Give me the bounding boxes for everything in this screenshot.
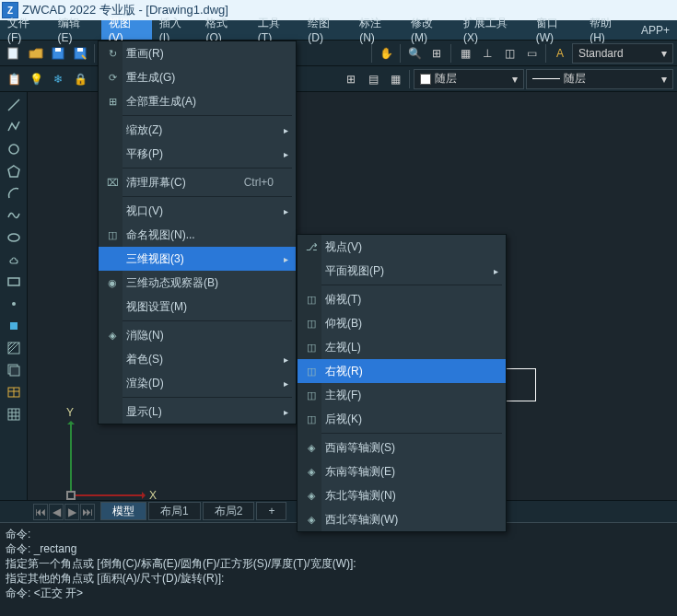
command-line[interactable]: 命令:命令: _rectang指定第一个角点或 [倒角(C)/标高(E)/圆角(… [0, 522, 677, 616]
menu-item[interactable]: ◈东北等轴测(N) [298, 483, 506, 507]
tab-nav-last[interactable]: ⏭ [80, 504, 95, 520]
prop-icon2[interactable]: ▤ [363, 69, 383, 89]
object-button[interactable]: ▭ [521, 43, 542, 64]
zoom-button[interactable]: ⊞ [426, 43, 447, 64]
arc-tool[interactable] [5, 184, 23, 203]
menu-2[interactable]: 视图(V) [101, 20, 152, 40]
menu-item[interactable]: ◈西北等轴测(W) [298, 507, 506, 531]
menu-item[interactable]: 平移(P)▸ [99, 142, 296, 166]
menu-item[interactable]: ◫俯视(T) [298, 287, 506, 311]
menu-1[interactable]: 编辑(E) [51, 20, 101, 40]
pan-button[interactable]: ✋ [376, 43, 396, 64]
menu-item[interactable]: ◈消隐(N) [99, 323, 296, 347]
menu-item[interactable]: 视图设置(M) [99, 295, 296, 319]
ellipse-tool[interactable] [5, 228, 23, 247]
table-tool[interactable] [5, 383, 23, 401]
menu-8[interactable]: 修改(M) [403, 20, 456, 40]
open-button[interactable] [26, 43, 46, 64]
layout-tab-2[interactable]: 布局2 [203, 502, 255, 520]
menu-item[interactable]: ◫右视(R) [298, 359, 506, 383]
menu-item[interactable]: ◫左视(L) [298, 335, 506, 359]
menu-item-icon: ◫ [303, 342, 320, 354]
menu-item-label: 后视(K) [325, 412, 362, 427]
polyline-tool[interactable] [5, 118, 23, 136]
menu-item[interactable]: ↻重画(R) [99, 41, 296, 65]
zoom-window-button[interactable]: 🔍 [404, 43, 425, 64]
grid-button[interactable]: ▦ [455, 43, 475, 64]
svg-rect-8 [8, 278, 19, 285]
point-tool[interactable] [5, 295, 23, 313]
menu-item[interactable]: ◫主视(F) [298, 383, 506, 407]
menu-item[interactable]: ⊞全部重生成(A) [99, 89, 296, 113]
saveas-button[interactable] [70, 43, 90, 64]
menu-5[interactable]: 工具(T) [251, 20, 301, 40]
submenu-arrow-icon: ▸ [284, 407, 288, 417]
menu-item-label: 渲染(D) [126, 376, 164, 391]
menu-6[interactable]: 绘图(D) [300, 20, 352, 40]
menu-item-label: 着色(S) [126, 352, 163, 367]
menu-item[interactable]: ◫后视(K) [298, 407, 506, 431]
cloud-tool[interactable] [5, 250, 23, 269]
linetype-combo[interactable]: 随层▾ [526, 69, 673, 89]
layer-lock-icon[interactable]: 🔒 [70, 69, 90, 89]
prop-icon3[interactable]: ▦ [385, 69, 405, 89]
polygon-tool[interactable] [5, 162, 23, 180]
menu-item[interactable]: ◫仰视(B) [298, 311, 506, 335]
svg-point-6 [9, 145, 18, 154]
menu-item[interactable]: ◫命名视图(N)... [99, 223, 296, 247]
menu-item-icon: ◈ [104, 330, 121, 342]
menu-separator [102, 397, 292, 398]
menu-item[interactable]: 缩放(Z)▸ [99, 118, 296, 142]
spline-tool[interactable] [5, 206, 23, 225]
menu-9[interactable]: 扩展工具(X) [456, 20, 529, 40]
menu-item[interactable]: 视口(V)▸ [99, 199, 296, 223]
layout-tab-0[interactable]: 模型 [100, 502, 146, 520]
menu-item[interactable]: ◈西南等轴测(S) [298, 436, 506, 459]
menu-item[interactable]: ⟳重生成(G) [99, 65, 296, 89]
menu-item-label: 全部重生成(A) [126, 94, 196, 110]
ortho-button[interactable]: ⊥ [477, 43, 497, 64]
prop-icon1[interactable]: ⊞ [341, 69, 361, 89]
hatch-tool[interactable] [5, 339, 23, 357]
menu-12[interactable]: APP+ [634, 20, 677, 40]
menu-4[interactable]: 格式(O) [198, 20, 250, 40]
region-tool[interactable] [5, 361, 23, 379]
menu-item[interactable]: 显示(L)▸ [99, 400, 296, 424]
menu-item[interactable]: 平面视图(P)▸ [298, 259, 506, 283]
layers-button[interactable]: 📋 [4, 69, 24, 89]
rectangle-tool[interactable] [5, 273, 23, 291]
snap-button[interactable]: ◫ [499, 43, 519, 64]
tab-nav-next[interactable]: ▶ [64, 504, 79, 520]
save-button[interactable] [48, 43, 68, 64]
layout-tab-1[interactable]: 布局1 [148, 502, 201, 520]
insert-tool[interactable] [5, 317, 23, 335]
menu-item[interactable]: ◉三维动态观察器(B) [99, 271, 296, 295]
menu-item[interactable]: ⎇视点(V) [298, 235, 506, 259]
new-button[interactable] [4, 43, 24, 64]
menu-11[interactable]: 帮助(H) [582, 20, 634, 40]
submenu-arrow-icon: ▸ [284, 354, 288, 365]
tab-nav-first[interactable]: ⏮ [33, 504, 48, 520]
style-a-button[interactable]: A [550, 43, 570, 64]
menu-item[interactable]: ◈东南等轴测(E) [298, 459, 506, 483]
menu-3[interactable]: 插入(I) [152, 20, 199, 40]
circle-tool[interactable] [5, 140, 23, 158]
text-style-combo[interactable]: Standard▾ [572, 43, 673, 64]
layer-freeze-icon[interactable]: ❄ [48, 69, 68, 89]
line-tool[interactable] [5, 96, 23, 114]
tab-nav-prev[interactable]: ◀ [49, 504, 64, 520]
menu-item[interactable]: 着色(S)▸ [99, 347, 296, 371]
menu-item[interactable]: 三维视图(3)▸ [99, 247, 296, 271]
menu-0[interactable]: 文件(F) [0, 20, 51, 40]
menu-item-icon: ◉ [104, 277, 121, 289]
color-combo[interactable]: 随层▾ [414, 69, 524, 89]
grid-tool[interactable] [5, 405, 23, 424]
menu-item-label: 西北等轴测(W) [325, 512, 398, 528]
menu-10[interactable]: 窗口(W) [529, 20, 582, 40]
menu-item[interactable]: ⌧清理屏幕(C)Ctrl+0 [99, 170, 296, 194]
menu-7[interactable]: 标注(N) [352, 20, 403, 40]
menu-item[interactable]: 渲染(D)▸ [99, 371, 296, 395]
layout-tab-3[interactable]: + [256, 502, 286, 520]
menu-item-icon: ◈ [303, 442, 320, 454]
layer-on-icon[interactable]: 💡 [26, 69, 46, 89]
